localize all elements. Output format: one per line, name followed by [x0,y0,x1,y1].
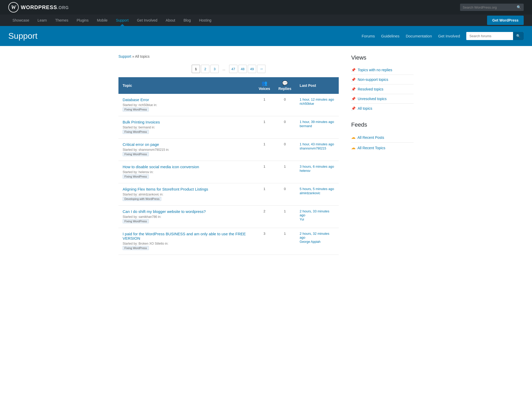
topic-title-link[interactable]: Aligning Flex Items for Storefront Produ… [123,187,250,191]
voices-cell: 1 [255,94,274,116]
page-2[interactable]: 2 [201,65,209,73]
topic-cell: Aligning Flex Items for Storefront Produ… [118,183,255,206]
last-post-cell: 1 hour, 12 minutes ago rich50blue [296,94,339,116]
last-post-cell: 5 hours, 5 minutes ago almirdzankovic [296,183,339,206]
forum-search-input[interactable] [466,32,513,40]
forum-tag: Fixing WordPress [123,107,149,112]
topic-cell: I paid for the WordPress BUSINESS and am… [118,228,255,255]
table-row: Critical error on page Started by: shann… [118,139,339,161]
nav-hosting[interactable]: Hosting [195,15,215,26]
views-links: 📌 Topics with no replies 📌 Non-support t… [351,65,414,113]
logo-area: W WORDPRESS.ORG [8,2,69,12]
main-nav-links: Showcase Learn Themes Plugins Mobile Sup… [8,15,216,26]
voices-icon: 👥 [259,80,270,86]
forum-tag-link[interactable]: Fixing WordPress [123,152,250,156]
forum-tag-link[interactable]: Fixing WordPress [123,129,250,134]
support-nav-guidelines[interactable]: Guidelines [381,34,400,38]
last-post-cell: 2 hours, 33 minutes ago Yui [296,206,339,228]
feed-recent-posts-link[interactable]: All Recent Posts [357,135,384,140]
pagination: 1 2 3 ... 47 48 49 → [118,65,339,73]
forum-tag-link[interactable]: Fixing WordPress [123,219,250,223]
view-no-replies-link[interactable]: Topics with no replies [358,68,392,72]
last-post-user-link[interactable]: George Appiah [300,240,335,244]
nav-get-involved[interactable]: Get Involved [133,15,162,26]
nav-themes[interactable]: Themes [51,15,72,26]
support-nav: Forums Guidelines Documentation Get Invo… [362,32,524,40]
views-title: Views [351,54,414,61]
last-post-user-link[interactable]: Yui [300,218,335,221]
topic-cell: Critical error on page Started by: shann… [118,139,255,161]
topic-cell: Can I do shift my blogger website to wor… [118,206,255,228]
last-post-user-link[interactable]: rich50blue [300,102,335,106]
nav-about[interactable]: About [162,15,179,26]
forum-tag: Fixing WordPress [123,219,149,223]
forum-tag: Fixing WordPress [123,152,149,156]
forum-tag-link[interactable]: Fixing WordPress [123,245,250,250]
topic-title-link[interactable]: Can I do shift my blogger website to wor… [123,209,250,214]
forum-tag-link[interactable]: Fixing WordPress [123,174,250,178]
nav-learn[interactable]: Learn [34,15,51,26]
pagination-next[interactable]: → [257,65,265,73]
view-no-replies: 📌 Topics with no replies [351,65,414,75]
topic-title-link[interactable]: Critical error on page [123,142,250,147]
page-3[interactable]: 3 [210,65,219,73]
table-row: Can I do shift my blogger website to wor… [118,206,339,228]
voices-cell: 1 [255,139,274,161]
page-1[interactable]: 1 [192,65,200,73]
voices-cell: 1 [255,161,274,183]
last-post-cell: 3 hours, 6 minutes ago helensv [296,161,339,183]
feed-recent-topics-link[interactable]: All Recent Topics [357,146,385,150]
get-wordpress-button[interactable]: Get WordPress [487,16,524,25]
view-all-topics-link[interactable]: All topics [358,106,372,110]
replies-cell: 0 [274,139,296,161]
support-nav-forums[interactable]: Forums [362,34,375,38]
forum-search-button[interactable]: 🔍 [513,32,524,40]
nav-blog[interactable]: Blog [179,15,195,26]
col-topic: Topic [118,77,255,94]
page-47[interactable]: 47 [229,65,237,73]
replies-cell: 0 [274,94,296,116]
rss-icon-2: ☁ [351,145,355,150]
view-unresolved-link[interactable]: Unresolved topics [358,97,387,101]
nav-plugins[interactable]: Plugins [72,15,93,26]
top-search-input[interactable] [463,5,515,9]
topic-meta: Started by: rich50blue in: Fixing WordPr… [123,103,250,111]
view-resolved: 📌 Resolved topics [351,84,414,94]
nav-showcase[interactable]: Showcase [8,15,34,26]
view-unresolved: 📌 Unresolved topics [351,94,414,104]
views-section: Views 📌 Topics with no replies 📌 Non-sup… [351,54,414,113]
table-row: How to disable social media icon convers… [118,161,339,183]
topic-meta: Started by: almirdzankovic in: Developin… [123,193,250,201]
view-all-topics: 📌 All topics [351,104,414,113]
last-post-user-link[interactable]: almirdzankovic [300,191,335,195]
voices-cell: 2 [255,206,274,228]
view-non-support-link[interactable]: Non-support topics [358,77,388,82]
support-nav-get-involved[interactable]: Get Involved [438,34,460,38]
forum-tag-link[interactable]: Fixing WordPress [123,107,250,111]
topic-cell: Database Error Started by: rich50blue in… [118,94,255,116]
last-post-time: 2 hours, 32 minutes ago [300,232,335,239]
voices-cell: 1 [255,116,274,139]
nav-support[interactable]: Support [112,15,133,26]
page-48[interactable]: 48 [238,65,247,73]
topic-meta: Started by: bermand in: Fixing WordPress [123,126,250,134]
forum-tag-link[interactable]: Developing with WordPress [123,196,250,201]
view-resolved-link[interactable]: Resolved topics [358,87,383,91]
pagination-dots: ... [220,65,228,73]
col-voices: 👥 Voices [255,77,274,94]
page-49[interactable]: 49 [248,65,256,73]
col-last-post: Last Post [296,77,339,94]
voices-cell: 3 [255,228,274,255]
breadcrumb-support-link[interactable]: Support [118,54,131,58]
topic-title-link[interactable]: I paid for the WordPress BUSINESS and am… [123,232,250,240]
nav-mobile[interactable]: Mobile [93,15,112,26]
support-nav-documentation[interactable]: Documentation [406,34,432,38]
last-post-user-link[interactable]: bermand [300,124,335,128]
forum-search-bar: 🔍 [466,32,524,40]
topic-title-link[interactable]: How to disable social media icon convers… [123,165,250,169]
top-search-button[interactable]: 🔍 [517,5,521,9]
last-post-user-link[interactable]: helensv [300,169,335,173]
last-post-user-link[interactable]: shannonvm790215 [300,147,335,150]
topic-title-link[interactable]: Database Error [123,97,250,102]
topic-title-link[interactable]: Bulk Printing Invoices [123,120,250,124]
